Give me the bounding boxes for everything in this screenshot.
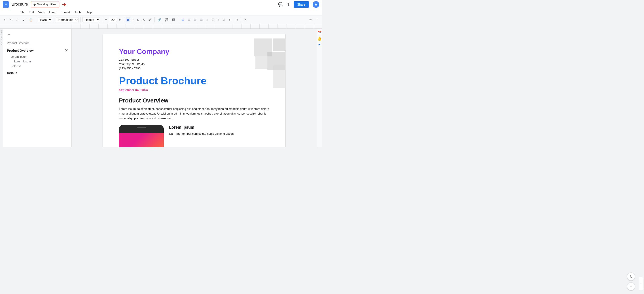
clear-format-button[interactable]: ✕	[243, 17, 248, 22]
address: 123 Your Street Your City, ST 12345 (123…	[119, 58, 269, 71]
phone-section: Lorem ipsum Nam liber tempor cum soluta …	[119, 125, 269, 147]
bullet-list-button[interactable]: ≡	[216, 17, 221, 22]
redo-button[interactable]: ↪	[9, 17, 14, 22]
sidebar-section-details[interactable]: Details	[7, 70, 68, 76]
menu-item-file[interactable]: File	[18, 10, 26, 14]
phone-notch	[137, 127, 146, 128]
font-size-increase[interactable]: +	[118, 18, 122, 22]
overview-body: Lorem ipsum dolor sit amet, consectetuer…	[119, 107, 269, 121]
offline-badge: ⊗ Working offline	[31, 2, 59, 8]
google-docs-icon[interactable]: ≡	[3, 1, 9, 8]
toolbar-divider-3	[80, 17, 80, 22]
align-center-button[interactable]: ☰	[186, 17, 192, 22]
decorative-squares	[240, 34, 285, 79]
numbered-list-button[interactable]: ①	[222, 17, 227, 22]
sidebar-sub-item-2[interactable]: Dolor sit	[7, 64, 68, 69]
product-title: Product Brochure	[119, 75, 269, 87]
present-icon[interactable]: ⬆	[287, 2, 290, 7]
back-icon: ←	[7, 32, 11, 37]
font-size-input[interactable]	[109, 18, 117, 22]
paint-format-button[interactable]: 🖌	[21, 17, 27, 22]
align-justify-button[interactable]: ☰	[199, 17, 204, 22]
top-bar-right: 💬 ⬆ Share A	[278, 1, 319, 8]
image-button[interactable]: 🖼	[170, 17, 176, 22]
top-bar: ≡ Brochure ⊗ Working offline ➜ 💬 ⬆ Share…	[0, 0, 322, 9]
font-size-control: − +	[104, 18, 122, 22]
toolbar-divider-5	[124, 17, 124, 22]
phone-mockup	[119, 125, 164, 147]
menu-bar: File Edit View Insert Format Tools Help	[0, 9, 322, 15]
toolbar-divider-4	[102, 17, 102, 22]
font-size-decrease[interactable]: −	[104, 18, 108, 22]
lorem-heading: Lorem ipsum	[169, 125, 234, 130]
share-button[interactable]: Share	[294, 1, 309, 8]
sidebar-parent-heading: Product Brochure	[7, 41, 68, 46]
offline-label: Working offline	[37, 3, 56, 6]
sidebar-sub-item-0[interactable]: Lorem ipsum	[7, 54, 68, 59]
bold-button[interactable]: B	[126, 17, 130, 22]
underline-button[interactable]: U	[136, 17, 140, 22]
arrow-indicator: ➜	[62, 1, 66, 8]
phone-screen	[119, 133, 164, 147]
tasks-icon[interactable]: ✔	[318, 43, 321, 47]
document-title[interactable]: Brochure	[12, 2, 28, 7]
menu-item-tools[interactable]: Tools	[73, 10, 83, 14]
font-select[interactable]: Roboto	[82, 17, 100, 22]
toolbar-divider-7	[178, 17, 178, 22]
ruler	[0, 24, 322, 29]
menu-item-help[interactable]: Help	[84, 10, 94, 14]
main-content: 1 2 3 4 5 6 7 8 9 ← Product Brochure Pro…	[0, 29, 322, 147]
address-line1: 123 Your Street	[119, 58, 269, 62]
close-outline-button[interactable]: ✕	[65, 48, 68, 53]
link-button[interactable]: 🔗	[156, 17, 162, 22]
right-panel: 📅 🔔 ✔	[317, 29, 322, 147]
lorem-content: Lorem ipsum Nam liber tempor cum soluta …	[169, 125, 234, 136]
toolbar-divider-1	[36, 17, 36, 22]
edit-mode-button[interactable]: ✏	[308, 17, 313, 22]
text-color-button[interactable]: A	[141, 17, 146, 22]
line-spacing-button[interactable]: ↕	[205, 17, 209, 22]
menu-item-view[interactable]: View	[36, 10, 46, 14]
highlight-button[interactable]: 🖊	[147, 17, 152, 22]
menu-item-edit[interactable]: Edit	[27, 10, 36, 14]
calendar-icon[interactable]: 📅	[317, 31, 322, 35]
checklist-button[interactable]: ☑	[210, 17, 216, 22]
menu-item-format[interactable]: Format	[59, 10, 72, 14]
document-outline: ← Product Brochure Product Overview ✕ Lo…	[3, 29, 72, 147]
toolbar-divider-6	[154, 17, 154, 22]
indent-less-button[interactable]: ⇤	[228, 17, 233, 22]
comment-button[interactable]: 💬	[164, 17, 170, 22]
style-select[interactable]: Normal text	[56, 17, 78, 22]
align-right-button[interactable]: ☰	[192, 17, 198, 22]
overview-heading: Product Overview	[119, 97, 269, 104]
print-button[interactable]: 🖨	[15, 17, 20, 22]
indent-more-button[interactable]: ⇥	[234, 17, 239, 22]
toolbar-divider-8	[241, 17, 241, 22]
document-page: Your Company 123 Your Street Your City, …	[103, 34, 285, 147]
italic-button[interactable]: I	[131, 17, 135, 22]
offline-icon: ⊗	[33, 3, 36, 6]
back-button[interactable]: ←	[7, 32, 68, 37]
toolbar: ↩ ↪ 🖨 🖌 📋 100% Normal text Roboto − + B …	[0, 15, 322, 24]
undo-button[interactable]: ↩	[3, 17, 8, 22]
date-line: September 04, 20XX	[119, 88, 269, 92]
expand-button[interactable]: ⌃	[314, 17, 319, 22]
comment-icon[interactable]: 💬	[278, 2, 283, 7]
document-area[interactable]: Your Company 123 Your Street Your City, …	[72, 29, 317, 147]
copy-format-button[interactable]: 📋	[28, 17, 34, 22]
zoom-select[interactable]: 100%	[38, 17, 52, 22]
lorem-body: Nam liber tempor cum soluta nobis eleife…	[169, 132, 234, 136]
ruler-inner	[72, 24, 322, 29]
left-margin: 1 2 3 4 5 6 7 8 9	[0, 29, 3, 147]
avatar[interactable]: A	[312, 1, 319, 8]
notification-icon[interactable]: 🔔	[317, 37, 322, 41]
sidebar-active-item[interactable]: Product Overview ✕	[7, 48, 68, 54]
align-left-button[interactable]: ☰	[180, 17, 185, 22]
menu-item-insert[interactable]: Insert	[47, 10, 58, 14]
company-name: Your Company	[119, 48, 269, 56]
deco-square-4	[273, 65, 285, 88]
deco-square-3	[268, 52, 285, 70]
deco-square-2	[273, 39, 285, 51]
address-line3: (123) 456 - 7890	[119, 66, 269, 71]
sidebar-sub-item-1[interactable]: Lorem ipsum	[7, 59, 68, 64]
